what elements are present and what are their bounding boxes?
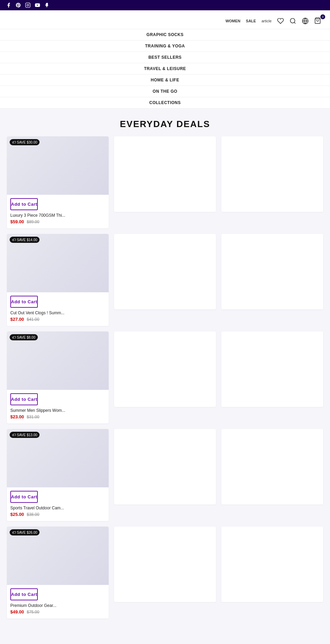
- nav-women[interactable]: WOMEN: [223, 18, 242, 24]
- local-offer-icon-1: 🏷: [12, 140, 16, 144]
- product-prices-4: $25.00 $38.00: [7, 512, 109, 521]
- subnav-training-yoga[interactable]: TRAINING & YOGA: [0, 41, 330, 52]
- price-current-2: $27.00: [10, 317, 24, 322]
- placeholder-card-r1c3: [221, 136, 323, 212]
- placeholder-card-r2c2: [114, 234, 216, 309]
- save-amount-4: SAVE $13.00: [17, 433, 37, 437]
- product-image-4: 🏷 SAVE $13.00: [7, 429, 109, 487]
- nav-search-icon[interactable]: [287, 17, 298, 25]
- subnav: GRAPHIC SOCKS TRAINING & YOGA BEST SELLE…: [0, 29, 330, 109]
- page-title: EVERYDAY DEALS: [0, 119, 330, 129]
- save-badge-1: 🏷 SAVE $30.00: [10, 139, 40, 145]
- save-badge-2: 🏷 SAVE $14.00: [10, 237, 40, 243]
- subnav-collections[interactable]: COLLECTIONS: [0, 97, 330, 108]
- nav-icons: WOMEN SALE article 0: [223, 16, 323, 25]
- add-to-cart-button-2[interactable]: Add to Cart: [10, 296, 38, 308]
- svg-point-1: [27, 4, 29, 6]
- product-grid: 🏷 SAVE $30.00 Add to Cart Luxury 3 Piece…: [7, 136, 323, 619]
- svg-point-2: [29, 4, 29, 4]
- placeholder-card-r5c3: [221, 527, 323, 602]
- local-offer-icon-3: 🏷: [12, 335, 16, 339]
- product-title-4: Sports Travel Outdoor Cam...: [7, 506, 109, 512]
- products-container: 🏷 SAVE $30.00 Add to Cart Luxury 3 Piece…: [0, 136, 330, 632]
- nav-article-icon[interactable]: article: [260, 18, 274, 24]
- product-prices-3: $23.00 $31.00: [7, 414, 109, 423]
- price-original-3: $31.00: [27, 415, 40, 419]
- product-card-2: 🏷 SAVE $14.00 Add to Cart Cut Out Vent C…: [7, 234, 109, 326]
- product-image-2: 🏷 SAVE $14.00: [7, 234, 109, 292]
- local-offer-icon-2: 🏷: [12, 238, 16, 242]
- price-original-4: $38.00: [27, 512, 40, 517]
- youtube-icon[interactable]: [34, 2, 41, 8]
- price-original-2: $41.00: [27, 317, 40, 322]
- facebook-icon[interactable]: [6, 2, 12, 8]
- add-to-cart-button-1[interactable]: Add to Cart: [10, 198, 38, 210]
- header-top: WOMEN SALE article 0: [7, 16, 323, 29]
- page-title-section: EVERYDAY DEALS: [0, 109, 330, 136]
- social-bar: [0, 0, 330, 10]
- placeholder-card-r4c2: [114, 429, 216, 505]
- save-amount-5: SAVE $26.00: [17, 531, 37, 534]
- placeholder-card-r3c3: [221, 331, 323, 407]
- subnav-on-the-go[interactable]: ON THE GO: [0, 86, 330, 97]
- subnav-travel-leisure[interactable]: TRAVEL & LEISURE: [0, 63, 330, 75]
- pinterest-icon[interactable]: [15, 2, 21, 8]
- save-badge-4: 🏷 SAVE $13.00: [10, 432, 40, 438]
- placeholder-card-r5c2: [114, 527, 216, 602]
- subnav-graphic-socks[interactable]: GRAPHIC SOCKS: [0, 29, 330, 41]
- price-current-5: $49.00: [10, 609, 24, 614]
- product-title-5: Premium Outdoor Gear...: [7, 603, 109, 609]
- add-to-cart-button-5[interactable]: Add to Cart: [10, 588, 38, 600]
- price-current-4: $25.00: [10, 512, 24, 517]
- svg-rect-0: [25, 3, 30, 7]
- svg-point-3: [290, 19, 295, 23]
- product-image-5: 🏷 SAVE $26.00: [7, 527, 109, 585]
- product-title-3: Summer Men Slippers Wom...: [7, 408, 109, 414]
- svg-line-4: [294, 22, 296, 24]
- save-amount-3: SAVE $8.00: [17, 336, 35, 339]
- product-card-5: 🏷 SAVE $26.00 Add to Cart Premium Outdoo…: [7, 527, 109, 619]
- price-current-3: $23.00: [10, 414, 24, 419]
- header: WOMEN SALE article 0: [0, 10, 330, 29]
- save-badge-5: 🏷 SAVE $26.00: [10, 529, 40, 535]
- price-original-5: $75.00: [27, 610, 40, 614]
- save-badge-3: 🏷 SAVE $8.00: [10, 334, 38, 340]
- nav-favorite-icon[interactable]: [275, 17, 286, 25]
- placeholder-card-r1c2: [114, 136, 216, 212]
- local-offer-icon-4: 🏷: [12, 433, 16, 437]
- product-prices-1: $59.00 $89.00: [7, 219, 109, 228]
- save-amount-1: SAVE $30.00: [17, 140, 37, 144]
- product-card-3: 🏷 SAVE $8.00 Add to Cart Summer Men Slip…: [7, 331, 109, 423]
- nav-cart-icon[interactable]: 0: [312, 16, 323, 25]
- price-original-1: $89.00: [27, 219, 40, 224]
- placeholder-card-r4c3: [221, 429, 323, 505]
- product-image-3: 🏷 SAVE $8.00: [7, 331, 109, 390]
- price-current-1: $59.00: [10, 219, 24, 224]
- product-card-1: 🏷 SAVE $30.00 Add to Cart Luxury 3 Piece…: [7, 136, 109, 228]
- nav-sale[interactable]: SALE: [244, 18, 258, 24]
- product-card-4: 🏷 SAVE $13.00 Add to Cart Sports Travel …: [7, 429, 109, 521]
- instagram-icon[interactable]: [25, 2, 31, 8]
- add-to-cart-button-4[interactable]: Add to Cart: [10, 491, 38, 503]
- cart-count: 0: [320, 14, 325, 19]
- placeholder-card-r3c2: [114, 331, 216, 407]
- product-prices-5: $49.00 $75.00: [7, 609, 109, 619]
- save-amount-2: SAVE $14.00: [17, 238, 37, 242]
- product-prices-2: $27.00 $41.00: [7, 317, 109, 326]
- product-title-2: Cut Out Vent Clogs ! Summ...: [7, 310, 109, 317]
- nav-language-icon[interactable]: [300, 17, 311, 25]
- product-image-1: 🏷 SAVE $30.00: [7, 136, 109, 195]
- subnav-home-life[interactable]: HOME & LIFE: [0, 75, 330, 86]
- product-title-1: Luxury 3 Piece 700GSM Thi...: [7, 213, 109, 219]
- local-offer-icon-5: 🏷: [12, 530, 16, 534]
- subnav-best-sellers[interactable]: BEST SELLERS: [0, 52, 330, 63]
- placeholder-card-r2c3: [221, 234, 323, 309]
- snapchat-icon[interactable]: [44, 2, 50, 8]
- add-to-cart-button-3[interactable]: Add to Cart: [10, 393, 38, 405]
